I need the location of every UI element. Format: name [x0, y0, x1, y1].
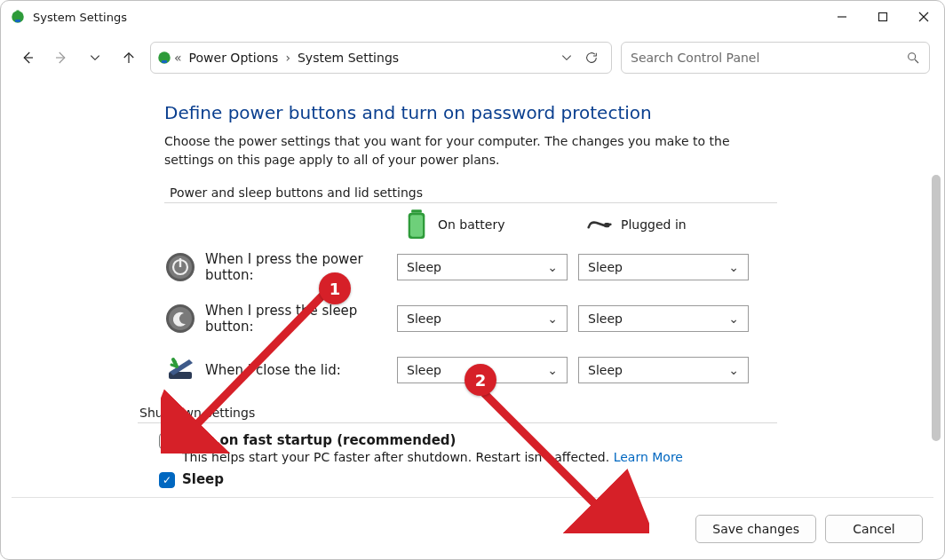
control-panel-icon [156, 50, 172, 66]
select-value: Sleep [588, 363, 623, 377]
footer-buttons: Save changes Cancel [695, 515, 923, 543]
select-value: Sleep [588, 260, 623, 274]
window: System Settings « Power O [0, 0, 945, 560]
column-on-battery: On battery [404, 212, 578, 237]
svg-rect-10 [162, 60, 167, 63]
divider [164, 202, 777, 203]
svg-rect-4 [879, 13, 887, 21]
cancel-button[interactable]: Cancel [825, 515, 923, 543]
chevron-down-icon: ⌄ [547, 363, 558, 377]
column-plugged-in: Plugged in [587, 212, 761, 237]
page-heading: Define power buttons and turn on passwor… [164, 102, 777, 123]
svg-line-12 [915, 59, 918, 63]
lid-plugged-select[interactable]: Sleep ⌄ [578, 357, 749, 383]
address-dropdown-button[interactable] [554, 45, 579, 70]
save-button[interactable]: Save changes [695, 515, 816, 543]
scrollbar-thumb[interactable] [932, 175, 941, 441]
close-button[interactable] [903, 1, 944, 33]
sleep-button-plugged-select[interactable]: Sleep ⌄ [578, 305, 749, 332]
setting-row-power-button: When I press the power button: Sleep ⌄ S… [164, 251, 777, 283]
sleep-label: Sleep [182, 471, 224, 487]
window-title: System Settings [33, 11, 127, 24]
svg-rect-2 [15, 20, 20, 22]
sleep-row: Sleep [159, 471, 777, 488]
breadcrumb-item[interactable]: System Settings [292, 47, 404, 68]
fast-startup-label: Turn on fast startup (recommended) [182, 432, 456, 448]
sleep-checkbox[interactable] [159, 472, 175, 488]
address-bar[interactable]: « Power Options › System Settings [150, 42, 612, 74]
select-value: Sleep [407, 363, 441, 377]
refresh-button[interactable] [579, 45, 604, 70]
power-icon [164, 251, 196, 283]
maximize-button[interactable] [862, 1, 903, 33]
search-input[interactable]: Search Control Panel [621, 42, 930, 74]
breadcrumb-separator: « [172, 51, 184, 65]
content-area: Define power buttons and turn on passwor… [1, 83, 944, 559]
sleep-button-battery-select[interactable]: Sleep ⌄ [397, 305, 568, 332]
nav-up-button[interactable] [116, 45, 141, 70]
column-headers: On battery Plugged in [404, 212, 777, 237]
chevron-down-icon: ⌄ [547, 260, 558, 274]
breadcrumb-item[interactable]: Power Options [184, 47, 284, 68]
minimize-button[interactable] [822, 1, 862, 33]
setting-label: When I press the power button: [205, 251, 397, 283]
divider [12, 497, 933, 498]
setting-row-sleep-button: When I press the sleep button: Sleep ⌄ S… [164, 303, 777, 335]
learn-more-link[interactable]: Learn More [614, 450, 683, 464]
svg-rect-16 [604, 223, 609, 227]
annotation-badge-2: 2 [465, 364, 496, 396]
power-button-plugged-select[interactable]: Sleep ⌄ [578, 254, 749, 280]
control-panel-icon [10, 9, 26, 25]
chevron-down-icon: ⌄ [728, 312, 739, 326]
sleep-icon [164, 303, 196, 335]
nav-row: « Power Options › System Settings Search… [1, 33, 944, 83]
select-value: Sleep [407, 312, 441, 326]
annotation-badge-1: 1 [319, 272, 351, 304]
section-label-power-sleep: Power and sleep buttons and lid settings [170, 185, 777, 200]
battery-icon [404, 212, 429, 237]
select-value: Sleep [588, 312, 623, 326]
power-button-battery-select[interactable]: Sleep ⌄ [397, 254, 568, 280]
column-label: Plugged in [621, 217, 687, 232]
chevron-down-icon: ⌄ [728, 260, 739, 274]
setting-label: When I press the sleep button: [205, 303, 397, 335]
svg-rect-15 [410, 216, 423, 237]
titlebar: System Settings [1, 1, 944, 33]
nav-recent-button[interactable] [83, 45, 107, 70]
divider [138, 422, 777, 423]
nav-back-button[interactable] [15, 45, 40, 70]
plug-icon [587, 212, 612, 237]
column-label: On battery [438, 217, 504, 232]
fast-startup-description: This helps start your PC faster after sh… [182, 450, 683, 464]
search-placeholder: Search Control Panel [631, 51, 906, 65]
scrollbar-track[interactable] [930, 175, 942, 556]
svg-point-22 [169, 307, 192, 330]
select-value: Sleep [407, 260, 441, 274]
fast-startup-row: Turn on fast startup (recommended) This … [159, 432, 777, 464]
setting-label: When I close the lid: [205, 362, 397, 378]
nav-forward-button[interactable] [49, 45, 74, 70]
chevron-down-icon: ⌄ [547, 312, 558, 326]
section-label-shutdown: Shutdown settings [139, 406, 777, 420]
lid-icon [164, 354, 196, 386]
search-icon [906, 51, 920, 65]
chevron-right-icon: › [283, 51, 292, 65]
chevron-down-icon: ⌄ [728, 363, 739, 377]
svg-rect-13 [411, 210, 422, 213]
fast-startup-checkbox[interactable] [159, 433, 175, 449]
svg-point-11 [909, 53, 916, 60]
svg-rect-1 [17, 11, 20, 18]
page-description: Choose the power settings that you want … [164, 132, 777, 170]
